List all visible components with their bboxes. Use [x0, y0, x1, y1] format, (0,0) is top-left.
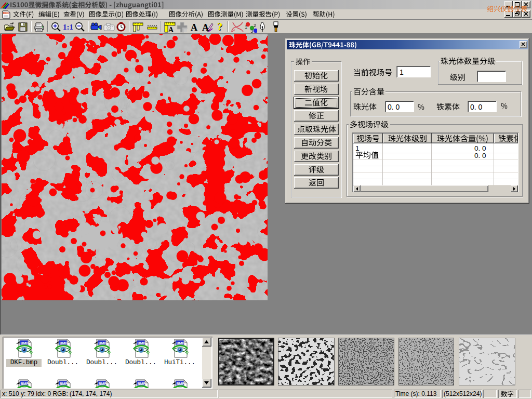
svg-text:BMP: BMP: [60, 382, 68, 385]
svg-text:BMP: BMP: [21, 382, 29, 385]
svg-text:A: A: [191, 22, 197, 33]
svg-text:BMP: BMP: [138, 341, 146, 345]
svg-text:2: 2: [254, 23, 256, 28]
svg-text:BMP: BMP: [99, 341, 107, 345]
svg-text:BMP: BMP: [138, 382, 146, 385]
svg-text:BMP: BMP: [177, 382, 185, 385]
svg-text:BMP: BMP: [177, 341, 185, 345]
svg-text:BMP: BMP: [21, 341, 29, 345]
svg-text:DOC: DOC: [3, 11, 9, 15]
svg-text:1:1: 1:1: [63, 23, 73, 31]
svg-text:1: 1: [245, 24, 247, 30]
svg-text:BMP: BMP: [60, 341, 68, 345]
svg-text:?: ?: [217, 21, 222, 32]
svg-text:BMP: BMP: [99, 382, 107, 385]
svg-text:3: 3: [250, 29, 253, 33]
svg-text:A: A: [168, 26, 174, 33]
